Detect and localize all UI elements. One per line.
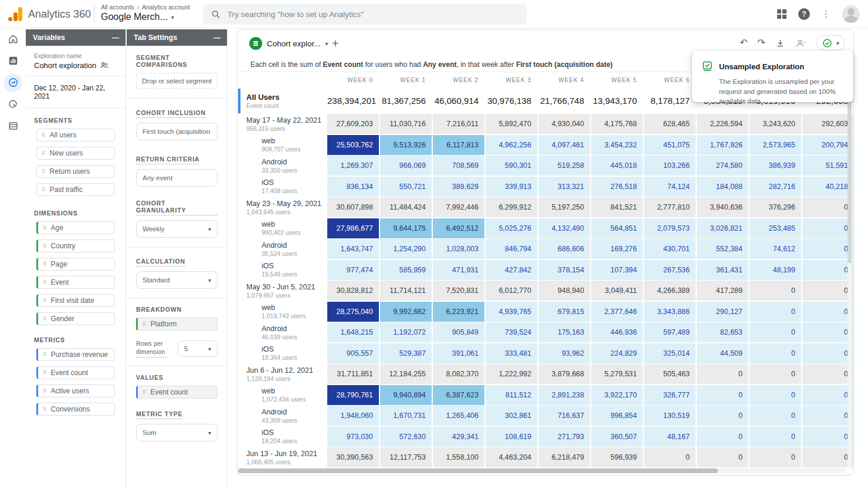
data-cell[interactable]: 0 <box>697 427 748 447</box>
breadcrumb[interactable]: All accounts › Analytics account <box>101 4 190 11</box>
data-cell[interactable]: 4,175,768 <box>591 114 643 134</box>
data-cell[interactable]: 302,861 <box>486 406 537 426</box>
data-cell[interactable]: 417,289 <box>697 281 748 301</box>
data-cell[interactable]: 93,962 <box>538 343 590 363</box>
data-cell[interactable]: 6,218,479 <box>538 447 590 467</box>
data-cell[interactable]: 31,711,851 <box>327 364 379 384</box>
data-cell[interactable]: 48,199 <box>750 260 801 280</box>
data-cell[interactable]: 292,603 <box>802 114 854 134</box>
undo-icon[interactable]: ↶ <box>740 38 747 48</box>
data-cell[interactable]: 0 <box>802 427 854 447</box>
chip-return-users[interactable]: ⠿Return users <box>36 165 115 178</box>
data-cell[interactable]: 427,842 <box>486 260 537 280</box>
data-cell[interactable]: 3,049,411 <box>591 281 643 301</box>
data-cell[interactable]: 4,132,490 <box>538 218 590 238</box>
data-cell[interactable]: 11,030,716 <box>380 114 432 134</box>
data-cell[interactable]: 3,343,886 <box>644 302 696 322</box>
data-cell[interactable]: 6,299,912 <box>486 197 537 217</box>
data-cell[interactable]: 103,266 <box>644 156 696 176</box>
data-cell[interactable]: 836,134 <box>327 177 379 197</box>
data-cell[interactable]: 12,117,753 <box>380 447 432 467</box>
breakdown-chip-platform[interactable]: ⠿ Platform <box>136 318 218 331</box>
chip-event-count[interactable]: ⠿Event count <box>36 366 115 379</box>
data-cell[interactable]: 274,580 <box>697 156 748 176</box>
data-cell[interactable]: 0 <box>750 364 801 384</box>
data-cell[interactable]: 550,721 <box>380 177 432 197</box>
data-cell[interactable]: 21,766,748 <box>538 89 590 113</box>
data-cell[interactable]: 716,637 <box>538 406 590 426</box>
values-chip-event-count[interactable]: ⠿ Event count <box>136 386 218 399</box>
data-cell[interactable]: 8,082,370 <box>433 364 484 384</box>
cohort-granularity-select[interactable]: Weekly ▾ <box>136 220 218 238</box>
sampling-status-button[interactable]: ▾ <box>816 35 845 50</box>
data-cell[interactable]: 290,127 <box>697 302 748 322</box>
data-cell[interactable]: 739,524 <box>486 322 537 342</box>
data-cell[interactable]: 389,629 <box>433 177 484 197</box>
cohort-inclusion-select[interactable]: First touch (acquisition date) <box>136 123 218 140</box>
data-cell[interactable]: 0 <box>802 218 854 238</box>
date-range-selector[interactable]: Dec 12, 2020 - Jan 22, 2021 <box>26 76 126 108</box>
data-cell[interactable]: 46,060,914 <box>433 89 484 113</box>
data-cell[interactable]: 48,167 <box>644 427 696 447</box>
minimize-tab-settings-button[interactable]: — <box>213 33 220 42</box>
data-cell[interactable]: 429,341 <box>433 427 484 447</box>
data-cell[interactable]: 6,387,623 <box>433 385 484 405</box>
account-selector[interactable]: Google Merch... ▾ <box>101 12 190 22</box>
data-cell[interactable]: 325,014 <box>644 343 696 363</box>
data-cell[interactable]: 966,069 <box>380 156 432 176</box>
data-cell[interactable]: 1,948,060 <box>327 406 379 426</box>
data-cell[interactable]: 6,012,770 <box>486 281 537 301</box>
data-cell[interactable]: 6,117,813 <box>433 135 484 155</box>
data-cell[interactable]: 3,879,668 <box>538 364 590 384</box>
data-cell[interactable]: 74,124 <box>644 177 696 197</box>
data-cell[interactable]: 905,557 <box>327 343 379 363</box>
data-cell[interactable]: 590,301 <box>486 156 537 176</box>
metric-type-select[interactable]: Sum ▾ <box>136 424 218 441</box>
data-cell[interactable]: 564,851 <box>591 218 643 238</box>
minimize-variables-button[interactable]: — <box>112 33 118 42</box>
data-cell[interactable]: 30,828,812 <box>327 281 379 301</box>
data-cell[interactable]: 9,644,175 <box>380 218 432 238</box>
data-cell[interactable]: 0 <box>750 302 801 322</box>
data-cell[interactable]: 81,367,256 <box>380 89 432 113</box>
data-cell[interactable]: 2,226,594 <box>697 114 748 134</box>
data-cell[interactable]: 7,216,011 <box>433 114 484 134</box>
nav-advertising-icon[interactable] <box>0 93 26 115</box>
data-cell[interactable]: 2,573,965 <box>750 135 801 155</box>
data-cell[interactable]: 3,922,170 <box>591 385 643 405</box>
search-input[interactable] <box>228 10 518 19</box>
add-tab-button[interactable]: + <box>326 33 345 53</box>
data-cell[interactable]: 0 <box>697 385 748 405</box>
data-cell[interactable]: 3,940,636 <box>697 197 748 217</box>
data-cell[interactable]: 3,243,620 <box>750 114 801 134</box>
data-cell[interactable]: 505,463 <box>644 364 696 384</box>
data-cell[interactable]: 4,266,389 <box>644 281 696 301</box>
data-cell[interactable]: 430,701 <box>644 239 696 259</box>
data-cell[interactable]: 1,265,406 <box>433 406 484 426</box>
data-cell[interactable]: 3,026,821 <box>697 218 748 238</box>
data-cell[interactable]: 811,512 <box>486 385 537 405</box>
data-cell[interactable]: 451,075 <box>644 135 696 155</box>
data-cell[interactable]: 5,892,470 <box>486 114 537 134</box>
data-cell[interactable]: 1,222,992 <box>486 364 537 384</box>
data-cell[interactable]: 40,218 <box>802 177 854 197</box>
data-cell[interactable]: 253,485 <box>750 218 801 238</box>
data-cell[interactable]: 361,431 <box>697 260 748 280</box>
nav-explore-icon[interactable] <box>0 72 26 93</box>
data-cell[interactable]: 445,018 <box>591 156 643 176</box>
data-cell[interactable]: 376,296 <box>750 197 801 217</box>
nav-library-icon[interactable] <box>0 115 26 137</box>
breadcrumb-analytics-account[interactable]: Analytics account <box>142 4 190 11</box>
rows-per-dimension-select[interactable]: 5 ▾ <box>178 340 218 357</box>
data-cell[interactable]: 0 <box>802 197 854 217</box>
data-cell[interactable]: 679,815 <box>538 302 590 322</box>
return-criteria-select[interactable]: Any event <box>136 169 218 187</box>
data-cell[interactable]: 0 <box>802 260 854 280</box>
data-cell[interactable]: 267,536 <box>644 260 696 280</box>
data-cell[interactable]: 3,454,232 <box>591 135 643 155</box>
chip-conversions[interactable]: ⠿Conversions <box>36 403 115 416</box>
data-cell[interactable]: 28,275,040 <box>327 302 379 322</box>
data-cell[interactable]: 339,913 <box>486 177 537 197</box>
data-cell[interactable]: 11,484,424 <box>380 197 432 217</box>
redo-icon[interactable]: ↷ <box>758 38 765 48</box>
